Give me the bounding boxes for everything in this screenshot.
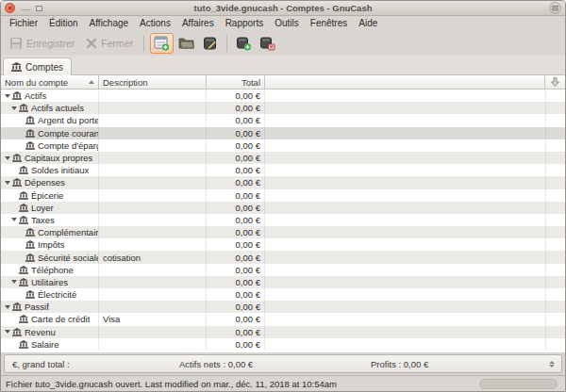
account-row[interactable]: Utilitaires0,00 €	[1, 276, 565, 288]
summary-bar-container: €, grand total : Actifs nets : 0,00 € Pr…	[1, 352, 565, 375]
account-icon	[25, 290, 35, 299]
spinner-up-icon[interactable]	[549, 361, 555, 364]
account-description-cell	[99, 276, 207, 288]
expander-icon[interactable]	[3, 181, 11, 185]
column-header-total-label: Total	[241, 77, 260, 88]
row-filler	[265, 102, 546, 114]
account-row[interactable]: Revenu0,00 €	[1, 326, 565, 338]
new-account-icon	[154, 36, 170, 51]
account-description-cell	[99, 176, 207, 188]
account-row[interactable]: Téléphone0,00 €	[1, 264, 565, 276]
expander-icon[interactable]	[9, 218, 18, 221]
edit-account-button[interactable]	[200, 34, 221, 53]
row-filler	[265, 189, 546, 202]
column-header-name[interactable]: Nom du compte	[1, 75, 99, 89]
row-filler	[265, 288, 546, 301]
titlebar: tuto_3vide.gnucash - Comptes - GnuCash ×…	[1, 1, 565, 16]
account-row[interactable]: Compte d'épargne0,00 €	[1, 139, 565, 152]
row-end	[546, 139, 565, 152]
column-header-description[interactable]: Description	[99, 75, 207, 89]
account-name-label: Actifs actuels	[31, 103, 84, 113]
account-name-label: Compte d'épargne	[38, 140, 98, 151]
account-icon	[18, 340, 28, 349]
menu-rapports[interactable]: Rapports	[220, 17, 270, 29]
tab-comptes[interactable]: Comptes	[3, 57, 72, 75]
account-icon	[18, 204, 28, 212]
account-row[interactable]: Soldes initiaux0,00 €	[1, 164, 565, 176]
open-account-button[interactable]	[175, 34, 198, 52]
account-row[interactable]: Complémentaire m0,00 €	[1, 226, 565, 238]
account-row[interactable]: Capitaux propres0,00 €	[1, 152, 565, 164]
menu-affichage[interactable]: Affichage	[84, 17, 135, 29]
row-filler	[265, 139, 546, 152]
account-row[interactable]: Sécurité socialecotisation0,00 €	[1, 251, 565, 263]
account-name-cell: Complémentaire m	[1, 226, 99, 238]
delete-account-button[interactable]	[257, 34, 278, 53]
row-end	[546, 313, 565, 325]
grand-total-label: €, grand total :	[5, 359, 179, 369]
close-tab-button[interactable]: Fermer	[81, 35, 138, 52]
account-total-cell: 0,00 €	[207, 114, 265, 126]
row-end	[546, 338, 565, 351]
account-icon	[25, 228, 35, 237]
account-row[interactable]: Salaire0,00 €	[1, 338, 565, 351]
expander-icon[interactable]	[9, 280, 18, 284]
row-filler	[265, 176, 546, 188]
spinner-down-icon[interactable]	[549, 365, 555, 368]
account-row[interactable]: Argent du porte-mo0,00 €	[1, 114, 565, 126]
menu-aide[interactable]: Aide	[353, 17, 383, 29]
row-end	[546, 326, 565, 338]
account-row[interactable]: Compte courant0,00 €	[1, 127, 565, 139]
column-select-button[interactable]	[545, 75, 565, 89]
menu-edition[interactable]: Édition	[43, 17, 84, 29]
account-icon	[11, 91, 22, 100]
save-icon	[9, 37, 23, 50]
summary-bar: €, grand total : Actifs nets : 0,00 € Pr…	[4, 354, 562, 373]
account-name-label: Passif	[25, 302, 49, 312]
expander-icon[interactable]	[3, 305, 11, 309]
column-header-total[interactable]: Total	[207, 75, 265, 89]
save-button[interactable]: Enregistrer	[5, 34, 79, 53]
account-row[interactable]: Actifs actuels0,00 €	[1, 102, 565, 114]
row-filler	[265, 202, 546, 214]
row-filler	[265, 127, 546, 139]
menu-outils[interactable]: Outils	[269, 17, 305, 29]
summary-spinner[interactable]	[546, 361, 561, 368]
expander-icon[interactable]	[3, 330, 11, 334]
expander-icon[interactable]	[9, 106, 18, 110]
account-icon	[11, 302, 22, 311]
menu-fenetres[interactable]: Fenêtres	[305, 17, 353, 29]
window-menu-icon[interactable]	[549, 2, 561, 14]
tabbar: Comptes	[1, 56, 565, 75]
account-total-cell: 0,00 €	[207, 127, 265, 139]
new-account-button[interactable]	[150, 33, 174, 54]
account-name-cell: Impôts	[1, 238, 99, 251]
account-row[interactable]: Loyer0,00 €	[1, 202, 565, 214]
account-description-cell	[99, 326, 207, 338]
account-rows: Actifs0,00 €Actifs actuels0,00 €Argent d…	[1, 90, 565, 352]
account-row[interactable]: Impôts0,00 €	[1, 238, 565, 251]
account-row[interactable]: Dépenses0,00 €	[1, 176, 565, 188]
add-account-button[interactable]	[233, 34, 255, 53]
account-description-cell	[99, 102, 207, 114]
account-icon	[25, 116, 35, 124]
account-total-cell: 0,00 €	[207, 202, 265, 214]
account-row[interactable]: Carte de créditVisa0,00 €	[1, 313, 565, 325]
expander-icon[interactable]	[3, 94, 11, 98]
menu-fichier[interactable]: Fichier	[4, 17, 43, 29]
menu-affaires[interactable]: Affaires	[176, 17, 220, 29]
account-row[interactable]: Passif0,00 €	[1, 301, 565, 313]
account-row[interactable]: Actifs0,00 €	[1, 90, 565, 102]
menu-actions[interactable]: Actions	[134, 17, 176, 29]
account-total-cell: 0,00 €	[207, 251, 265, 263]
row-filler	[265, 264, 546, 276]
account-name-cell: Utilitaires	[1, 276, 99, 288]
account-name-label: Utilitaires	[31, 277, 68, 287]
row-filler	[265, 214, 546, 226]
account-icon	[11, 178, 22, 187]
account-row[interactable]: Électricité0,00 €	[1, 288, 565, 301]
account-row[interactable]: Taxes0,00 €	[1, 214, 565, 226]
expander-icon[interactable]	[3, 156, 11, 160]
row-end	[546, 301, 565, 313]
account-row[interactable]: Épicerie0,00 €	[1, 189, 565, 202]
